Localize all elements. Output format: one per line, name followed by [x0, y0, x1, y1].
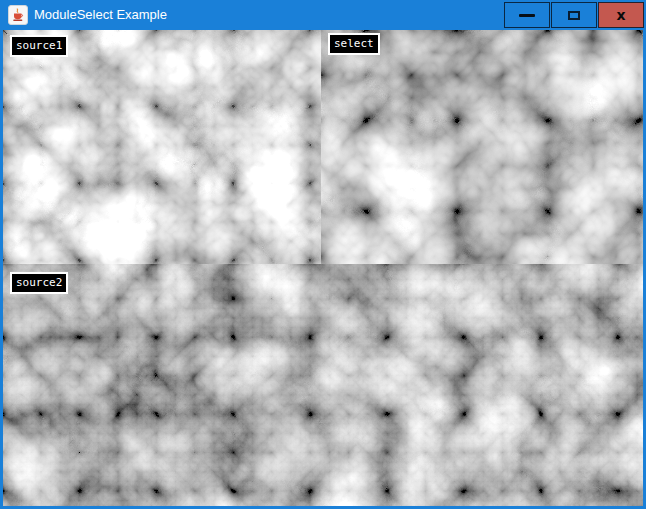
titlebar[interactable]: ModuleSelect Example x [0, 0, 646, 30]
label-select: select [328, 33, 380, 55]
close-icon: x [616, 8, 625, 22]
noise-image [3, 30, 643, 506]
maximize-button[interactable] [551, 2, 597, 28]
label-source1: source1 [10, 35, 68, 57]
close-button[interactable]: x [598, 2, 644, 28]
app-window: ModuleSelect Example x [0, 0, 646, 509]
java-coffee-cup-icon [8, 5, 28, 25]
noise-render-canvas: source1 select source2 [3, 30, 643, 506]
window-title: ModuleSelect Example [34, 0, 167, 30]
label-source2: source2 [10, 272, 68, 294]
minimize-icon [519, 14, 535, 17]
maximize-icon [568, 11, 580, 20]
minimize-button[interactable] [504, 2, 550, 28]
